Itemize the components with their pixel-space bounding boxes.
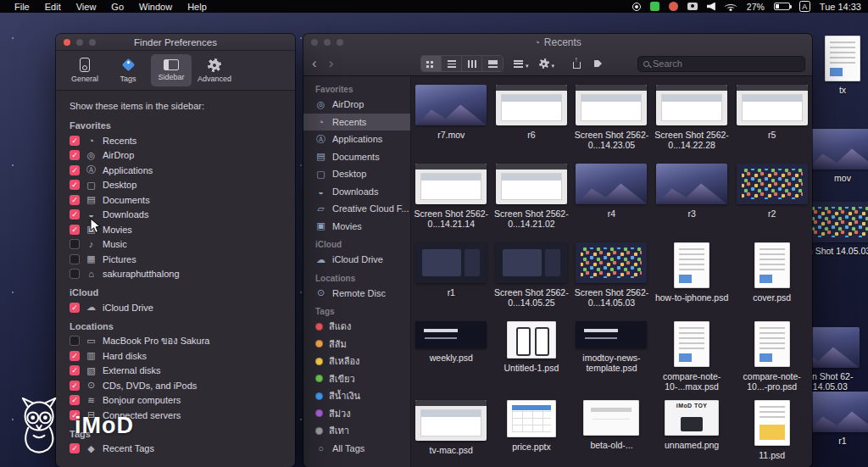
checkbox[interactable]	[70, 269, 80, 279]
sidebar-item-applications[interactable]: ⒶApplications	[303, 131, 410, 148]
checkbox[interactable]: ✓	[70, 381, 80, 391]
zoom-button[interactable]	[89, 39, 96, 46]
file-r2[interactable]: r2	[732, 160, 812, 239]
file-weekly-psd[interactable]: weekly.psd	[411, 318, 492, 397]
file-cover-psd[interactable]: cover.psd	[732, 239, 812, 318]
file-name: r3	[687, 208, 695, 219]
file-r3[interactable]: r3	[652, 160, 732, 239]
sidebar-item-item[interactable]: สีเหลือง	[303, 353, 410, 370]
sidebar-item-creative-cloud-f[interactable]: ▱Creative Cloud F...	[303, 200, 410, 218]
search-input[interactable]	[653, 58, 804, 69]
menu-help[interactable]: Help	[180, 2, 214, 12]
file-imodtoy-news-template-psd[interactable]: imodtoy-news-template.psd	[571, 318, 652, 397]
sidebar-item-all-tags[interactable]: ○All Tags	[303, 440, 410, 458]
camera-icon[interactable]	[687, 3, 698, 10]
sidebar-item-icloud-drive[interactable]: ☁iCloud Drive	[303, 251, 410, 269]
file-thumbnail	[754, 400, 790, 446]
file-r1[interactable]: r1	[411, 239, 492, 318]
checkbox[interactable]: ✓	[70, 303, 80, 313]
sidebar-item-airdrop[interactable]: ◎AirDrop	[303, 96, 410, 114]
desktop-item-r1[interactable]: r1	[807, 392, 868, 446]
menu-edit[interactable]: Edit	[37, 2, 69, 12]
desktop-item-tx[interactable]: tx	[807, 36, 868, 95]
desktop-item-n-shot-14-05-03[interactable]: n Shot 14.05.03	[804, 202, 868, 256]
checkbox[interactable]: ✓	[70, 365, 80, 375]
file-screen-shot-2562-0-14-22-28[interactable]: Screen Shot 2562-0...14.22.28	[652, 81, 732, 160]
list-view-button[interactable]	[442, 56, 462, 71]
file-price-pptx[interactable]: price.pptx	[492, 397, 572, 467]
checkbox[interactable]: ✓	[70, 136, 80, 146]
file-tv-mac-psd[interactable]: tv-mac.psd	[411, 397, 492, 467]
sidebar-item-item[interactable]: สีแดง	[303, 318, 410, 336]
file-screen-shot-2562-0-14-21-02[interactable]: Screen Shot 2562-0...14.21.02	[492, 160, 572, 239]
checkbox[interactable]: ✓	[70, 225, 80, 235]
checkbox[interactable]: ✓	[70, 180, 80, 190]
battery-icon[interactable]	[774, 3, 790, 10]
file-compare-note-10-max-psd[interactable]: compare-note-10-...max.psd	[652, 318, 732, 397]
file-screen-shot-2562-0-14-23-05[interactable]: Screen Shot 2562-0...14.23.05	[571, 81, 652, 160]
sidebar-item-desktop[interactable]: ▢Desktop	[303, 165, 410, 183]
file-r7-mov[interactable]: r7.mov	[411, 81, 492, 160]
file-r4[interactable]: r4	[571, 160, 652, 239]
file-screen-shot-2562-0-14-05-25[interactable]: Screen Shot 2562-0...14.05.25	[492, 239, 572, 318]
sidebar-item-recents[interactable]: ◔Recents	[303, 114, 410, 131]
file-r6[interactable]: r6	[492, 81, 572, 160]
file-screen-shot-2562-0-14-05-03[interactable]: Screen Shot 2562-0...14.05.03	[571, 239, 652, 318]
icon-view-button[interactable]	[421, 56, 442, 71]
share-button[interactable]	[573, 58, 581, 69]
file-name: compare-note-10...-pro.psd	[734, 371, 810, 392]
checkbox[interactable]	[70, 254, 80, 264]
checkbox[interactable]: ✓	[70, 209, 80, 220]
group-button[interactable]	[514, 56, 529, 71]
desktop-item-mov[interactable]: mov	[807, 129, 868, 183]
close-button[interactable]	[64, 39, 70, 46]
file-beta-old[interactable]: beta-old-...	[571, 397, 652, 467]
sidebar-item-remote-disc[interactable]: ⊙Remote Disc	[303, 285, 410, 303]
menu-clock[interactable]: Tue 14:33	[820, 2, 861, 12]
file-how-to-iphone-psd[interactable]: how-to-iphone.psd	[652, 239, 732, 318]
volume-icon[interactable]	[707, 3, 715, 11]
forward-button[interactable]	[329, 57, 334, 70]
search-field[interactable]	[637, 56, 805, 72]
tags-button[interactable]	[594, 60, 602, 67]
file-unnamed-png[interactable]: iMoD TOYunnamed.png	[652, 397, 732, 467]
action-menu-button[interactable]	[539, 56, 555, 71]
sidebar-item-item[interactable]: สีเทา	[303, 422, 410, 440]
sidebar-item-movies[interactable]: ▣Movies	[303, 218, 410, 236]
sidebar-item-item[interactable]: สีส้ม	[303, 336, 410, 353]
sidebar-item-item[interactable]: สีน้ำเงิน	[303, 387, 410, 405]
menu-window[interactable]: Window	[131, 2, 180, 12]
column-view-button[interactable]	[462, 56, 482, 71]
sidebar-item-item[interactable]: สีเขียว	[303, 370, 410, 388]
file-screen-shot-2562-0-14-21-14[interactable]: Screen Shot 2562-0...14.21.14	[411, 160, 492, 239]
sidebar-item-downloads[interactable]: ◒Downloads	[303, 183, 410, 201]
line-app-icon[interactable]	[650, 2, 659, 11]
file-untitled-1-psd[interactable]: Untitled-1.psd	[492, 318, 572, 397]
wifi-icon[interactable]	[725, 2, 737, 11]
file-11-psd[interactable]: 11.psd	[732, 397, 812, 467]
app-status-icon[interactable]	[669, 2, 678, 11]
pref-tab-sidebar[interactable]: Sidebar	[151, 54, 192, 86]
checkbox[interactable]: ✓	[70, 195, 80, 205]
pref-tab-tags[interactable]: Tags	[108, 54, 148, 86]
checkbox[interactable]: ✓	[70, 351, 80, 361]
sidebar-item-documents[interactable]: ▤Documents	[303, 148, 410, 166]
back-button[interactable]	[312, 57, 317, 70]
menu-go[interactable]: Go	[103, 2, 131, 12]
checkbox[interactable]	[70, 239, 80, 249]
applications-icon: Ⓐ	[85, 164, 97, 176]
menu-view[interactable]: View	[69, 2, 104, 12]
file-compare-note-10-pro-psd[interactable]: compare-note-10...-pro.psd	[732, 318, 812, 397]
input-source-icon[interactable]: A	[799, 1, 810, 12]
minimize-button[interactable]	[76, 39, 83, 46]
file-r5[interactable]: r5	[732, 81, 812, 160]
checkbox[interactable]: ✓	[70, 165, 80, 175]
gallery-view-button[interactable]	[482, 56, 503, 71]
screen-recording-icon[interactable]	[632, 3, 641, 11]
sidebar-item-item[interactable]: สีม่วง	[303, 405, 410, 423]
menu-file[interactable]: File	[7, 2, 37, 12]
checkbox[interactable]	[70, 336, 80, 346]
checkbox[interactable]: ✓	[70, 150, 80, 160]
pref-tab-advanced[interactable]: Advanced	[194, 54, 235, 86]
pref-tab-general[interactable]: General	[64, 54, 105, 86]
